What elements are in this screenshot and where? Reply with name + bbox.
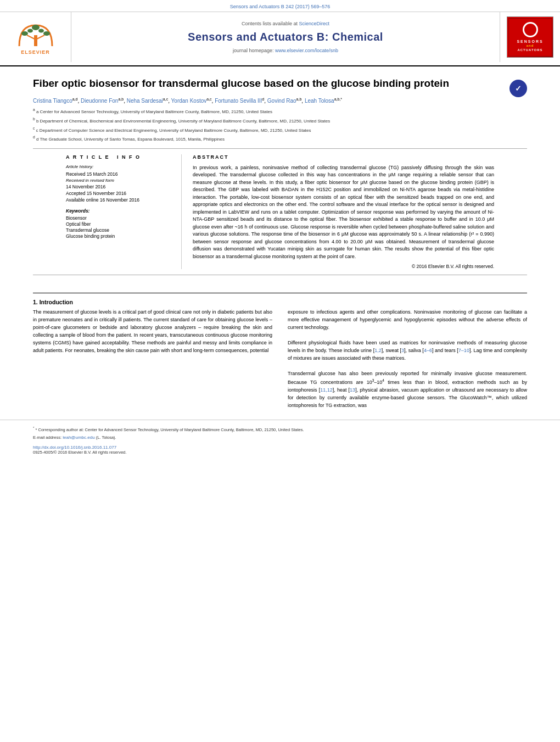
crossmark-icon: ✓	[515, 84, 522, 93]
body-area: 1. Introduction The measurement of gluco…	[0, 281, 560, 409]
elsevier-text: ELSEVIER	[21, 49, 50, 55]
ref3-link[interactable]: 3	[401, 348, 404, 353]
footer-area: * * Corresponding author at: Center for …	[0, 420, 560, 460]
journal-homepage: journal homepage: www.elsevier.com/locat…	[233, 48, 338, 53]
footer-copyright: 0925-4005/© 2016 Elsevier B.V. All right…	[33, 450, 527, 455]
journal-title-center: Contents lists available at ScienceDirec…	[71, 12, 500, 62]
author-dieudonne: Dieudonne Fon	[81, 98, 118, 104]
author-yordan: Yordan Kostov	[171, 98, 207, 104]
sensors-logo-and: and	[517, 44, 543, 48]
abstract-divider	[33, 275, 527, 275]
author-govind: Govind Rao	[267, 98, 296, 104]
ref7-link[interactable]: 7–10	[458, 348, 469, 353]
affiliation-b: b b Department of Chemical, Biochemical …	[33, 116, 527, 125]
citation-link[interactable]: Sensors and Actuators B 242 (2017) 569–5…	[230, 4, 331, 9]
article-info-col: A R T I C L E I N F O Article history: R…	[66, 154, 181, 270]
affiliation-a: a a Center for Advanced Sensor Technolog…	[33, 107, 527, 115]
author-cristina: Cristina Tiangco	[33, 98, 72, 104]
section1-heading: 1. Introduction	[33, 299, 527, 305]
svg-point-6	[32, 25, 40, 30]
ref11-link[interactable]: 11,12	[320, 387, 333, 393]
article-info-abstract: A R T I C L E I N F O Article history: R…	[33, 154, 527, 270]
elsevier-tree-logo	[14, 20, 58, 48]
affiliations: a a Center for Advanced Sensor Technolog…	[33, 107, 527, 143]
abstract-copyright: © 2016 Elsevier B.V. All rights reserved…	[193, 264, 494, 269]
affiliation-c: c c Department of Computer Science and E…	[33, 126, 527, 134]
available-date: Available online 16 November 2016	[66, 197, 170, 203]
doi-link[interactable]: http://dx.doi.org/10.1016/j.snb.2016.11.…	[33, 445, 116, 450]
body-col-left: The measurement of glucose levels is a c…	[33, 309, 272, 409]
homepage-link[interactable]: www.elsevier.com/locate/snb	[275, 48, 338, 53]
svg-point-5	[43, 31, 50, 36]
top-citation-bar: Sensors and Actuators B 242 (2017) 569–5…	[0, 0, 560, 12]
body-divider	[33, 293, 527, 293]
sensors-logo-line1: SENSORS	[517, 39, 543, 44]
keyword-2: Optical fiber	[66, 221, 170, 227]
journal-header: ELSEVIER Contents lists available at Sci…	[0, 12, 560, 66]
article-area: Fiber optic biosensor for transdermal gl…	[0, 66, 560, 275]
accepted-date: Accepted 15 November 2016	[66, 191, 170, 196]
abstract-text: In previous work, a painless, noninvasiv…	[193, 164, 494, 261]
body-two-col: The measurement of glucose levels is a c…	[33, 309, 527, 409]
author-fortunato: Fortunato Sevilla III	[215, 98, 262, 104]
sciencedirect-link[interactable]: ScienceDirect	[299, 21, 330, 26]
author-leah: Leah Tolosa	[305, 98, 334, 104]
keywords-label: Keywords:	[66, 208, 170, 214]
ref1-link[interactable]: 1,2	[374, 348, 382, 353]
svg-point-4	[21, 31, 28, 36]
journal-name: Sensors and Actuators B: Chemical	[188, 31, 383, 43]
body-text-right: exposure to infectious agents and other …	[288, 309, 527, 409]
sensors-logo-box: SENSORS and ACTUATORS	[500, 12, 560, 62]
corresponding-note: * * Corresponding author at: Center for …	[33, 426, 527, 433]
header-divider	[33, 148, 527, 149]
svg-rect-1	[34, 35, 37, 46]
svg-point-8	[38, 29, 44, 32]
sensors-logo-line2: ACTUATORS	[517, 48, 543, 53]
body-text-left: The measurement of glucose levels is a c…	[33, 309, 272, 355]
sensors-actuators-logo: SENSORS and ACTUATORS	[507, 16, 553, 58]
ref4-link[interactable]: 4–6	[424, 348, 432, 353]
article-history-label: Article history:	[66, 164, 170, 169]
contents-line: Contents lists available at ScienceDirec…	[242, 21, 329, 26]
keyword-4: Glucose binding protein	[66, 233, 170, 239]
page: Sensors and Actuators B 242 (2017) 569–5…	[0, 0, 560, 742]
abstract-section-label: ABSTRACT	[193, 154, 494, 160]
author-neha: Neha Sardesai	[127, 98, 163, 104]
affiliation-d: d d The Graduate School, University of S…	[33, 135, 527, 143]
received-revised-date: 14 November 2016	[66, 184, 170, 189]
crossmark-badge[interactable]: ✓	[509, 80, 527, 97]
elsevier-logo-box: ELSEVIER	[0, 12, 71, 62]
abstract-col: ABSTRACT In previous work, a painless, n…	[181, 154, 494, 270]
ref13-link[interactable]: 13	[350, 387, 355, 393]
received-revised-label: Received in revised form	[66, 178, 170, 183]
body-col-right: exposure to infectious agents and other …	[288, 309, 527, 409]
received-date: Received 15 March 2016	[66, 171, 170, 177]
svg-point-7	[27, 29, 33, 32]
article-title: Fiber optic biosensor for transdermal gl…	[33, 76, 503, 91]
email-note: E-mail address: leah@umbc.edu (L. Tolosa…	[33, 434, 527, 441]
authors-line: Cristina Tiangcoa,d, Dieudonne Fona,b, N…	[33, 97, 527, 104]
email-link[interactable]: leah@umbc.edu	[63, 435, 94, 440]
keyword-1: Biosensor	[66, 215, 170, 221]
keyword-3: Transdermal glucose	[66, 227, 170, 233]
article-info-section-label: A R T I C L E I N F O	[66, 154, 170, 160]
